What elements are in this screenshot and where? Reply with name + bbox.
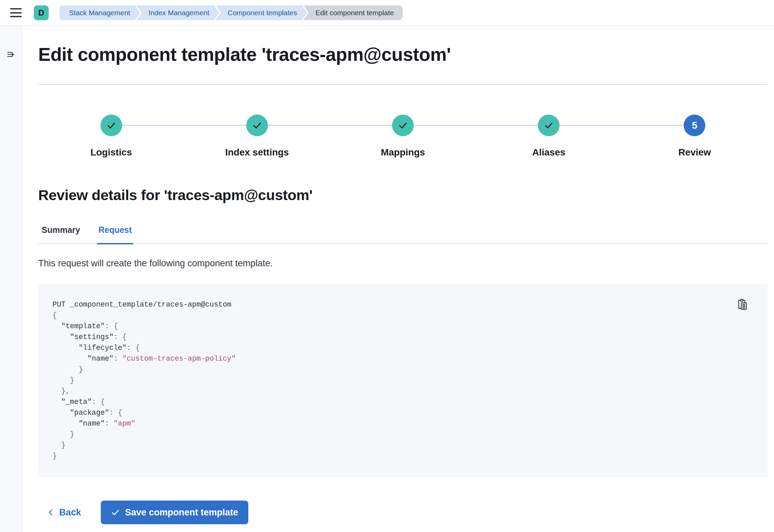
save-component-template-button[interactable]: Save component template <box>101 501 249 524</box>
check-icon <box>111 508 120 517</box>
back-button[interactable]: Back <box>43 504 85 521</box>
copy-to-clipboard-icon[interactable] <box>735 297 750 312</box>
step-status-complete <box>100 115 122 136</box>
step-status-complete <box>392 115 414 136</box>
step-review[interactable]: 5Review <box>622 115 768 158</box>
save-button-label: Save component template <box>125 507 238 518</box>
step-complete-check-icon <box>106 120 116 130</box>
step-complete-check-icon <box>398 120 408 130</box>
breadcrumb-stack-management[interactable]: Stack Management <box>60 5 140 20</box>
step-status-current: 5 <box>684 115 705 136</box>
code-line: { <box>52 310 753 321</box>
step-connector <box>560 125 622 126</box>
step-connector <box>268 125 330 126</box>
step-connector <box>122 125 184 126</box>
tab-request[interactable]: Request <box>97 222 133 244</box>
step-aliases[interactable]: Aliases <box>476 115 622 158</box>
breadcrumb-component-templates[interactable]: Component templates <box>215 5 307 20</box>
breadcrumbs: Stack ManagementIndex ManagementComponen… <box>60 5 403 20</box>
step-complete-check-icon <box>252 120 262 130</box>
step-label: Logistics <box>38 147 184 158</box>
step-mappings[interactable]: Mappings <box>330 115 476 158</box>
code-line: "name": "apm" <box>52 418 753 429</box>
step-index-settings[interactable]: Index settings <box>184 115 330 158</box>
step-connector <box>622 125 684 126</box>
expand-sidebar-icon[interactable] <box>4 48 18 61</box>
stepper: LogisticsIndex settingsMappingsAliases5R… <box>38 115 768 158</box>
page-title: Edit component template 'traces-apm@cust… <box>38 44 768 65</box>
title-divider <box>38 84 768 85</box>
menu-hamburger-icon[interactable] <box>10 8 22 17</box>
review-tabs: SummaryRequest <box>38 222 768 244</box>
review-heading: Review details for 'traces-apm@custom' <box>38 187 768 203</box>
main-content: Edit component template 'traces-apm@cust… <box>23 26 774 532</box>
collapsed-nav-sidebar <box>0 26 23 532</box>
wizard-footer: Back Save component template <box>38 501 768 524</box>
step-connector <box>330 125 392 126</box>
code-line: PUT _component_template/traces-apm@custo… <box>52 299 753 310</box>
deployment-logo[interactable]: D <box>34 5 49 20</box>
app-header: D Stack ManagementIndex ManagementCompon… <box>0 0 774 26</box>
step-label: Index settings <box>184 147 330 158</box>
step-status-complete <box>538 115 560 136</box>
step-label: Review <box>622 147 768 158</box>
request-description: This request will create the following c… <box>38 258 768 269</box>
step-status-complete <box>246 115 268 136</box>
code-line: "name": "custom-traces-apm-policy" <box>52 353 753 364</box>
step-label: Aliases <box>476 147 622 158</box>
code-line: } <box>52 429 753 440</box>
code-line: "package": { <box>52 407 753 418</box>
chevron-left-icon <box>47 509 54 516</box>
code-line: "settings": { <box>52 332 753 342</box>
code-line: } <box>52 364 753 375</box>
code-line: "_meta": { <box>52 396 753 407</box>
step-label: Mappings <box>330 147 476 158</box>
breadcrumb-index-management[interactable]: Index Management <box>136 5 220 20</box>
code-line: } <box>52 375 753 386</box>
step-connector <box>414 125 476 126</box>
code-line: } <box>52 451 753 461</box>
code-line: }, <box>52 386 753 396</box>
step-connector <box>476 125 538 126</box>
request-code: PUT _component_template/traces-apm@custo… <box>52 299 753 461</box>
step-connector <box>184 125 246 126</box>
request-code-block: PUT _component_template/traces-apm@custo… <box>38 284 768 477</box>
back-button-label: Back <box>59 507 81 518</box>
breadcrumb-edit-component-template: Edit component template <box>303 5 403 20</box>
tab-summary[interactable]: Summary <box>40 222 82 244</box>
code-line: "lifecycle": { <box>52 342 753 353</box>
code-line: } <box>52 440 753 451</box>
step-logistics[interactable]: Logistics <box>38 115 184 158</box>
step-complete-check-icon <box>544 120 554 130</box>
code-line: "template": { <box>52 321 753 332</box>
